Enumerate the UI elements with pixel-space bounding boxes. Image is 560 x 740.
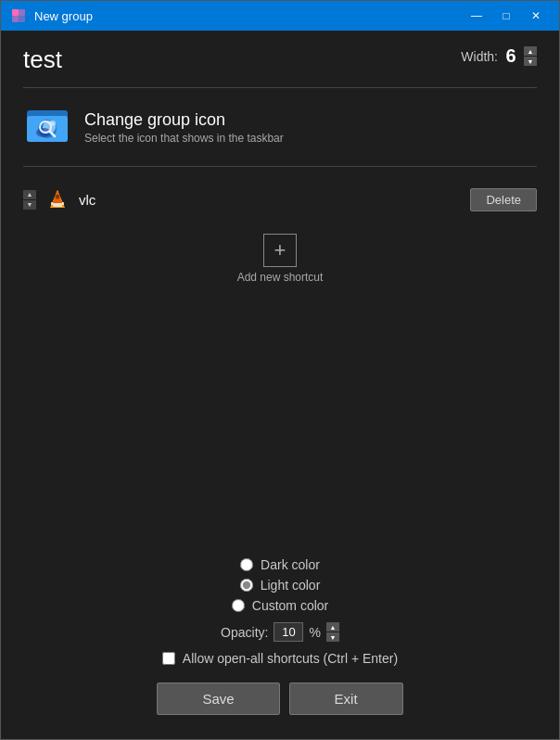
opacity-row: Opacity: 10 % ▲ ▼ bbox=[23, 622, 537, 642]
spacer bbox=[23, 293, 537, 557]
opacity-increment-button[interactable]: ▲ bbox=[326, 622, 339, 632]
dark-color-label: Dark color bbox=[261, 557, 320, 572]
width-decrement-button[interactable]: ▼ bbox=[524, 57, 537, 66]
shortcut-order-buttons: ▲ ▼ bbox=[23, 190, 36, 210]
svg-rect-19 bbox=[54, 206, 62, 208]
minimize-button[interactable]: — bbox=[463, 6, 490, 26]
add-icon: + bbox=[263, 234, 297, 267]
save-button[interactable]: Save bbox=[157, 683, 279, 715]
add-shortcut-button[interactable]: + Add new shortcut bbox=[23, 224, 537, 293]
shortcut-name: vlc bbox=[79, 192, 461, 208]
opacity-decrement-button[interactable]: ▼ bbox=[326, 632, 339, 642]
opacity-unit: % bbox=[309, 625, 320, 640]
app-icon bbox=[10, 7, 27, 24]
custom-color-label: Custom color bbox=[252, 598, 328, 613]
content-area: test Width: 6 ▲ ▼ bbox=[1, 31, 559, 739]
svg-rect-3 bbox=[19, 16, 25, 22]
icon-text: Change group icon Select the icon that s… bbox=[84, 110, 284, 145]
allow-open-row: Allow open-all shortcuts (Ctrl + Enter) bbox=[23, 651, 537, 666]
color-options: Dark color Light color Custom color bbox=[23, 557, 537, 613]
add-shortcut-label: Add new shortcut bbox=[237, 271, 324, 284]
icon-subtitle: Select the icon that shows in the taskba… bbox=[84, 132, 284, 145]
light-color-label: Light color bbox=[261, 578, 321, 593]
maximize-button[interactable]: □ bbox=[492, 6, 520, 26]
shortcuts-divider bbox=[23, 166, 537, 167]
width-label: Width: bbox=[461, 49, 498, 64]
svg-rect-18 bbox=[52, 203, 63, 205]
exit-button[interactable]: Exit bbox=[289, 683, 403, 715]
titlebar: New group — □ ✕ bbox=[1, 1, 559, 31]
vlc-app-icon bbox=[45, 187, 70, 211]
icon-section[interactable]: Change group icon Select the icon that s… bbox=[23, 103, 537, 151]
action-buttons: Save Exit bbox=[23, 683, 537, 724]
svg-rect-1 bbox=[19, 9, 25, 16]
light-color-option: Light color bbox=[240, 578, 321, 593]
svg-rect-0 bbox=[12, 9, 19, 16]
dark-color-option: Dark color bbox=[240, 557, 320, 572]
allow-open-label: Allow open-all shortcuts (Ctrl + Enter) bbox=[183, 651, 398, 666]
top-row: test Width: 6 ▲ ▼ bbox=[23, 45, 537, 74]
light-color-radio[interactable] bbox=[240, 579, 253, 592]
window-title: New group bbox=[34, 9, 463, 23]
delete-shortcut-button[interactable]: Delete bbox=[470, 188, 537, 211]
opacity-label: Opacity: bbox=[221, 625, 268, 640]
shortcuts-list: ▲ ▼ vlc Delete bbox=[23, 182, 537, 217]
order-down-button[interactable]: ▼ bbox=[23, 200, 36, 210]
allow-open-checkbox[interactable] bbox=[162, 652, 175, 665]
icon-title: Change group icon bbox=[84, 110, 284, 130]
order-up-button[interactable]: ▲ bbox=[23, 190, 36, 199]
close-button[interactable]: ✕ bbox=[522, 6, 550, 26]
width-control: Width: 6 ▲ ▼ bbox=[461, 45, 537, 67]
opacity-spinner: ▲ ▼ bbox=[326, 622, 339, 642]
window-controls: — □ ✕ bbox=[463, 6, 550, 26]
custom-color-option: Custom color bbox=[232, 598, 328, 613]
svg-point-17 bbox=[56, 195, 60, 199]
opacity-value: 10 bbox=[274, 622, 303, 642]
width-value: 6 bbox=[502, 45, 520, 67]
svg-rect-2 bbox=[12, 16, 19, 22]
dark-color-radio[interactable] bbox=[240, 558, 253, 571]
custom-color-radio[interactable] bbox=[232, 599, 245, 612]
group-icon bbox=[23, 103, 71, 151]
width-increment-button[interactable]: ▲ bbox=[524, 46, 537, 56]
main-window: New group — □ ✕ test Width: 6 ▲ ▼ bbox=[0, 0, 560, 740]
group-name: test bbox=[23, 45, 62, 74]
table-row: ▲ ▼ vlc Delete bbox=[23, 182, 537, 217]
width-spinner: ▲ ▼ bbox=[524, 46, 537, 66]
top-divider bbox=[23, 87, 537, 88]
